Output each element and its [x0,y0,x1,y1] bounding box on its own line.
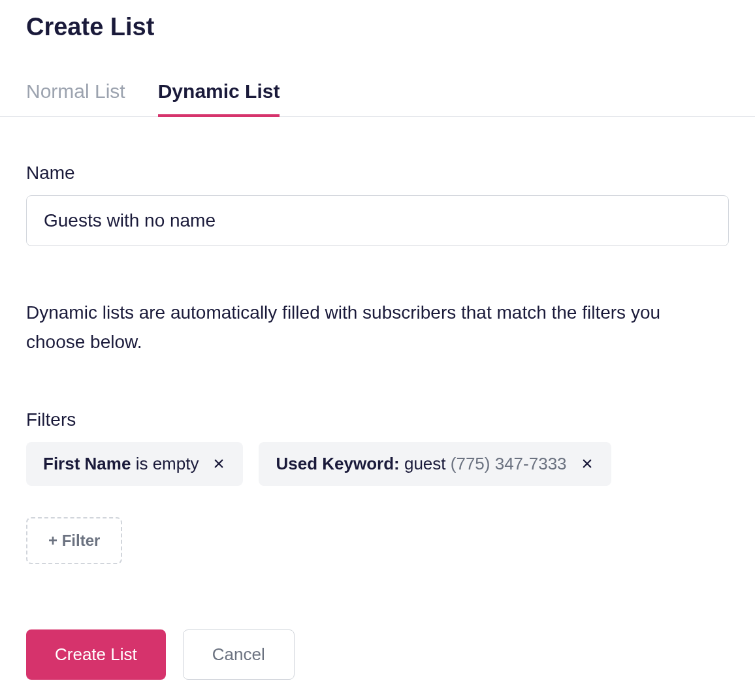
filter-field: Used Keyword: [276,454,399,473]
filter-extra: (775) 347-7333 [451,454,567,473]
filter-chip[interactable]: Used Keyword: guest (775) 347-7333 [259,442,611,486]
filters-section: Filters First Name is empty Used Keyword… [26,409,729,564]
cancel-button[interactable]: Cancel [183,629,295,680]
tabs-container: Normal List Dynamic List [0,41,755,117]
page-title: Create List [0,0,755,41]
actions-row: Create List Cancel [0,629,755,680]
close-icon[interactable] [580,458,594,469]
tab-dynamic-list[interactable]: Dynamic List [158,80,280,117]
filters-label: Filters [26,409,729,430]
add-filter-button[interactable]: + Filter [26,517,122,564]
name-label: Name [26,163,729,183]
dynamic-list-description: Dynamic lists are automatically filled w… [26,298,718,357]
name-input[interactable] [26,195,729,246]
form-content: Name Dynamic lists are automatically fil… [0,117,755,564]
filter-chip[interactable]: First Name is empty [26,442,243,486]
filter-condition: guest [404,454,446,473]
create-list-button[interactable]: Create List [26,629,166,680]
close-icon[interactable] [212,458,226,469]
tab-normal-list[interactable]: Normal List [26,80,125,117]
filter-field: First Name [43,454,131,473]
filter-condition: is empty [136,454,199,473]
filter-chips-row: First Name is empty Used Keyword: guest … [26,442,729,564]
